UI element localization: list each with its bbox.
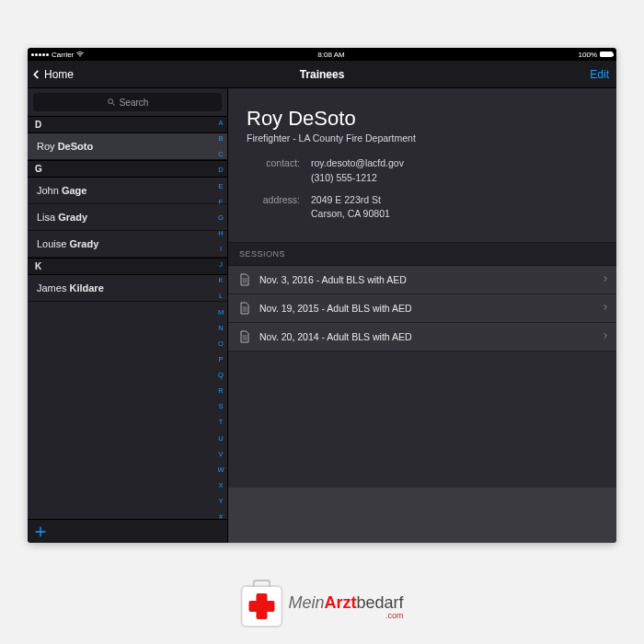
- edit-button[interactable]: Edit: [590, 68, 609, 81]
- index-letter[interactable]: F: [219, 199, 224, 206]
- index-letter[interactable]: U: [218, 435, 223, 443]
- contact-email: roy.desoto@lacfd.gov: [311, 156, 596, 171]
- status-bar: Carrier 8:08 AM 100%: [28, 48, 616, 61]
- sessions-list: Nov. 3, 2016 - Adult BLS with AEDNov. 19…: [228, 266, 616, 351]
- index-letter[interactable]: T: [219, 419, 224, 426]
- chevron-left-icon: [29, 68, 42, 81]
- index-letter[interactable]: B: [218, 135, 223, 143]
- index-letter[interactable]: Y: [218, 498, 223, 505]
- svg-line-1: [112, 103, 115, 106]
- detail-footer-band: [228, 488, 616, 543]
- chevron-right-icon: [602, 303, 609, 314]
- carrier-label: Carrier: [52, 51, 74, 59]
- trainee-list: DRoy DeSotoGJohn GageLisa GradyLouise Gr…: [28, 116, 227, 519]
- signal-dots-icon: [31, 53, 49, 56]
- svg-point-0: [108, 99, 112, 104]
- index-letter[interactable]: S: [218, 403, 223, 410]
- address-label: address:: [247, 193, 300, 223]
- index-letter[interactable]: G: [218, 214, 224, 222]
- chevron-right-icon: [602, 274, 609, 285]
- list-item[interactable]: James Kildare: [28, 275, 227, 302]
- section-header: D: [28, 116, 227, 133]
- document-icon: [239, 273, 250, 286]
- index-letter[interactable]: M: [218, 309, 224, 316]
- index-letter[interactable]: H: [218, 230, 223, 237]
- trainee-list-sidebar: Search DRoy DeSotoGJohn GageLisa GradyLo…: [28, 88, 228, 543]
- search-input[interactable]: Search: [33, 93, 222, 111]
- index-letter[interactable]: J: [219, 261, 223, 269]
- section-header: G: [28, 160, 227, 178]
- chevron-right-icon: [602, 331, 609, 342]
- index-letter[interactable]: Q: [218, 372, 224, 379]
- nav-bar: Home Trainees Edit: [28, 61, 616, 88]
- section-header: K: [28, 258, 227, 275]
- app-window: Carrier 8:08 AM 100% Home Trainees Edit …: [28, 48, 616, 543]
- index-letter[interactable]: R: [218, 387, 223, 395]
- address-line2: Carson, CA 90801: [311, 207, 596, 222]
- index-letter[interactable]: I: [220, 246, 222, 253]
- index-letter[interactable]: D: [218, 167, 223, 174]
- index-letter[interactable]: N: [218, 325, 223, 332]
- index-letter[interactable]: K: [218, 277, 223, 284]
- clock-label: 8:08 AM: [84, 51, 578, 59]
- battery-icon: [600, 52, 613, 57]
- list-item[interactable]: Louise Grady: [28, 231, 227, 258]
- index-letter[interactable]: L: [219, 293, 223, 300]
- contact-phone: (310) 555-1212: [311, 171, 596, 186]
- medkit-icon: [240, 585, 282, 627]
- search-placeholder: Search: [120, 98, 149, 108]
- index-letter[interactable]: V: [218, 451, 223, 458]
- brand-part1: Mein: [288, 593, 324, 612]
- list-item[interactable]: Lisa Grady: [28, 204, 227, 231]
- session-row[interactable]: Nov. 3, 2016 - Adult BLS with AED: [228, 266, 616, 294]
- page-title: Trainees: [300, 68, 345, 81]
- index-letter[interactable]: W: [217, 466, 224, 474]
- brand-logo: MeinArztbedarf .com: [240, 585, 403, 627]
- trainee-detail: Roy DeSoto Firefighter - LA County Fire …: [228, 88, 616, 543]
- session-label: Nov. 20, 2014 - Adult BLS with AED: [259, 331, 412, 342]
- index-letter[interactable]: P: [218, 356, 223, 363]
- list-item[interactable]: Roy DeSoto: [28, 133, 227, 160]
- index-letter[interactable]: C: [218, 151, 223, 158]
- brand-part2: Arzt: [324, 593, 356, 612]
- index-letter[interactable]: E: [218, 183, 223, 190]
- search-icon: [107, 98, 116, 107]
- list-item[interactable]: John Gage: [28, 178, 227, 204]
- session-label: Nov. 3, 2016 - Adult BLS with AED: [259, 274, 407, 285]
- document-icon: [239, 302, 250, 315]
- sessions-header: SESSIONS: [228, 242, 616, 266]
- wifi-icon: [76, 51, 84, 58]
- index-letter[interactable]: A: [218, 120, 223, 127]
- contact-label: contact:: [247, 156, 300, 186]
- trainee-subtitle: Firefighter - LA County Fire Department: [247, 132, 596, 144]
- index-letter[interactable]: #: [219, 513, 223, 521]
- brand-domain: .com: [288, 611, 403, 620]
- index-letter[interactable]: X: [218, 482, 223, 489]
- battery-percent-label: 100%: [579, 51, 597, 59]
- back-button[interactable]: Home: [28, 68, 74, 81]
- address-line1: 2049 E 223rd St: [311, 193, 596, 208]
- session-label: Nov. 19, 2015 - Adult BLS with AED: [259, 303, 412, 314]
- session-row[interactable]: Nov. 20, 2014 - Adult BLS with AED: [228, 323, 616, 351]
- index-letter[interactable]: O: [218, 340, 224, 348]
- document-icon: [239, 330, 250, 343]
- session-row[interactable]: Nov. 19, 2015 - Adult BLS with AED: [228, 294, 616, 323]
- add-button[interactable]: [33, 524, 48, 539]
- back-label: Home: [44, 68, 74, 81]
- section-index[interactable]: ABCDEFGHIJKLMNOPQRSTUVWXY#: [215, 120, 226, 521]
- bottom-toolbar: [28, 519, 227, 543]
- brand-part3: bedarf: [356, 593, 403, 612]
- trainee-name: Roy DeSoto: [247, 107, 596, 131]
